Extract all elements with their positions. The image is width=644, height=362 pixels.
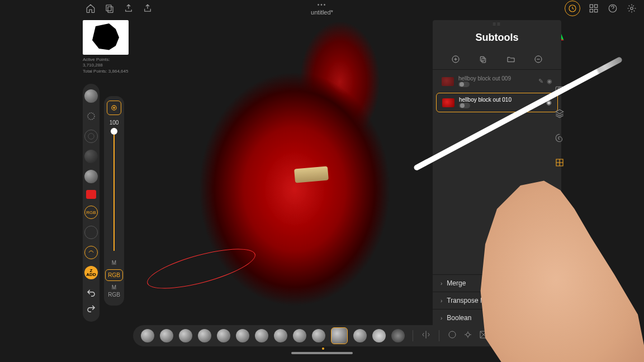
- grid-snap-icon[interactable]: [553, 156, 566, 169]
- menu-dots-icon[interactable]: •••: [311, 2, 333, 8]
- svg-rect-18: [482, 58, 486, 63]
- home-icon[interactable]: [85, 3, 96, 14]
- chevron-right-icon: ›: [441, 298, 442, 304]
- intensity-slider[interactable]: [113, 128, 115, 251]
- brush-preset-14[interactable]: [391, 329, 405, 342]
- zadd-button[interactable]: Z ADD: [84, 266, 98, 279]
- subtool-toggle[interactable]: [459, 103, 470, 108]
- tool-option-5[interactable]: [84, 246, 98, 259]
- slider-mode-label: M: [112, 260, 116, 266]
- camera-icon[interactable]: [553, 83, 566, 95]
- slider-value: 100: [110, 120, 119, 126]
- subtools-panel: == Subtools hellboy block out 009 ✎ ◉ he…: [433, 20, 561, 344]
- folder-subtool-icon[interactable]: [505, 54, 517, 65]
- subtool-thumbnail: [442, 77, 454, 86]
- brush-preset-selected[interactable]: [331, 327, 348, 344]
- floor-icon[interactable]: [494, 330, 504, 342]
- svg-rect-6: [595, 9, 598, 12]
- layout-icon[interactable]: [588, 3, 599, 14]
- svg-rect-1: [108, 7, 113, 13]
- subtool-thumbnail: [442, 98, 454, 107]
- swirl-icon[interactable]: [553, 132, 566, 144]
- section-transpose-master[interactable]: ›Transpose Master: [433, 292, 561, 309]
- slider-footer-rgb: RGB: [108, 292, 120, 298]
- history-icon[interactable]: [565, 1, 580, 16]
- color-swatch[interactable]: [86, 190, 96, 199]
- chevron-right-icon: ›: [441, 315, 442, 321]
- subtool-item[interactable]: hellboy block out 009 ✎ ◉: [436, 72, 558, 90]
- remove-subtool-icon[interactable]: [533, 54, 544, 65]
- svg-point-26: [513, 333, 517, 336]
- subtool-toggle[interactable]: [458, 82, 470, 87]
- svg-point-8: [631, 7, 633, 10]
- brush-preset-6[interactable]: [236, 329, 249, 342]
- svg-point-25: [511, 331, 519, 339]
- material-sphere[interactable]: [84, 89, 98, 103]
- draw-mode-icon[interactable]: [107, 101, 121, 115]
- perspective-icon[interactable]: [479, 330, 489, 342]
- brush-preset-10[interactable]: [312, 329, 325, 342]
- svg-point-15: [113, 107, 115, 108]
- panel-title: Subtools: [433, 28, 561, 49]
- frame-icon[interactable]: [510, 330, 520, 342]
- settings-icon[interactable]: [626, 3, 637, 14]
- brush-preset-1[interactable]: [141, 329, 154, 342]
- brush-palette: [133, 325, 528, 346]
- brush-preset-5[interactable]: [217, 329, 230, 342]
- duplicate-subtool-icon[interactable]: [477, 54, 489, 65]
- section-merge[interactable]: ›Merge: [433, 274, 561, 292]
- brush-preset-2[interactable]: [160, 329, 173, 342]
- brush-preset-4[interactable]: [198, 329, 211, 342]
- brush-preset-8[interactable]: [274, 329, 287, 342]
- svg-point-23: [466, 333, 470, 336]
- point-stats: Active Points: 3,710,288 Total Points: 3…: [83, 57, 129, 74]
- svg-rect-17: [481, 56, 485, 61]
- view-mode-2-icon[interactable]: [463, 330, 473, 342]
- help-icon[interactable]: [607, 3, 618, 14]
- undo-icon[interactable]: [86, 288, 96, 301]
- tool-option-1[interactable]: [84, 130, 98, 143]
- svg-point-22: [449, 331, 456, 338]
- slider-thumb[interactable]: [111, 128, 117, 135]
- rgb-mode-button[interactable]: RGB: [84, 206, 98, 219]
- section-boolean[interactable]: ›Boolean: [433, 309, 561, 326]
- slider-footer-m: M: [112, 284, 116, 290]
- tool-option-4[interactable]: [84, 226, 98, 239]
- brush-visibility-icon[interactable]: ✎: [538, 99, 543, 106]
- brush-preset-9[interactable]: [293, 329, 306, 342]
- share-icon[interactable]: [142, 3, 153, 14]
- page-indicator: [322, 347, 324, 350]
- subtool-item-selected[interactable]: hellboy block out 010 ✎ ◉: [436, 93, 558, 112]
- brush-preset-7[interactable]: [255, 329, 268, 342]
- alpha-thumbnail[interactable]: [83, 20, 129, 55]
- view-mode-1-icon[interactable]: [447, 330, 457, 342]
- redo-icon[interactable]: [86, 304, 96, 316]
- svg-point-13: [88, 134, 94, 140]
- svg-rect-3: [590, 4, 593, 7]
- viewport-canvas[interactable]: [129, 20, 430, 327]
- export-icon[interactable]: [123, 3, 134, 14]
- brush-preset-12[interactable]: [353, 329, 367, 342]
- brush-preset-13[interactable]: [372, 329, 386, 342]
- layers-icon[interactable]: [553, 107, 566, 120]
- svg-rect-0: [106, 5, 111, 11]
- panel-grip[interactable]: ==: [433, 20, 561, 28]
- svg-rect-4: [595, 4, 598, 7]
- home-indicator[interactable]: [291, 352, 353, 354]
- stroke-icon[interactable]: [84, 109, 98, 123]
- svg-point-12: [88, 113, 94, 120]
- subtool-label: hellboy block out 010: [459, 97, 533, 103]
- brush-visibility-icon[interactable]: ✎: [538, 78, 543, 85]
- files-icon[interactable]: [104, 3, 115, 14]
- tool-option-3[interactable]: [84, 170, 98, 183]
- rgb-toggle-button[interactable]: RGB: [105, 269, 123, 281]
- tool-option-2[interactable]: [84, 150, 98, 163]
- chevron-right-icon: ›: [441, 280, 442, 287]
- svg-point-21: [558, 88, 561, 91]
- add-subtool-icon[interactable]: [450, 54, 461, 65]
- symmetry-icon[interactable]: [421, 330, 431, 342]
- document-title: untitled*: [311, 9, 333, 16]
- brush-preset-3[interactable]: [179, 329, 192, 342]
- svg-rect-5: [590, 9, 593, 12]
- subtool-label: hellboy block out 009: [458, 75, 534, 82]
